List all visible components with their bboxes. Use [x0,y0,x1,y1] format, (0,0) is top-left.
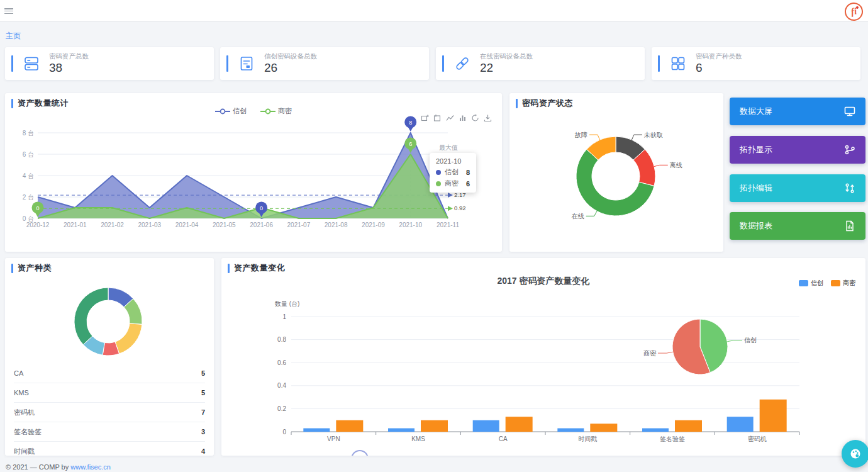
svg-text:0: 0 [282,429,286,435]
svg-text:2021-01: 2021-01 [64,222,87,228]
button-label: 数据报表 [740,220,772,232]
theme-fab-button[interactable] [842,440,868,468]
svg-text:CA: CA [499,435,508,442]
svg-text:2021-03: 2021-03 [138,222,161,228]
svg-text:2 台: 2 台 [23,194,34,201]
stat-label: 在线密码设备总数 [480,52,533,61]
stat-value: 22 [480,61,493,75]
svg-text:6: 6 [409,141,412,147]
link-icon [453,55,471,72]
svg-text:1: 1 [282,313,286,320]
type-value: 3 [201,428,205,435]
topology-edit-button[interactable]: 拓扑编辑 [730,174,865,202]
report-file-icon [844,220,855,232]
svg-text:时间戳: 时间戳 [578,435,597,442]
svg-text:0.4: 0.4 [277,382,286,389]
type-name: KMS [14,389,29,396]
tooltip-series-name: 信创 [445,167,459,177]
stat-card-online-devices: 在线密码设备总数 22 [436,47,645,80]
node-edit-icon [844,183,855,194]
svg-text:2021-05: 2021-05 [213,222,236,228]
svg-text:2021-06: 2021-06 [250,222,273,228]
svg-text:4 台: 4 台 [23,172,34,179]
stat-label: 密码资产种类数 [696,52,742,61]
list-item: KMS5 [14,383,205,403]
brand-logo: fi [843,1,865,23]
list-item: 密码机7 [14,403,205,422]
palette-icon [849,447,862,461]
asset-types-panel: 资产种类 CA5 KMS5 密码机7 签名验签3 时间戳4 [5,258,214,456]
svg-text:0: 0 [36,205,39,211]
topology-display-button[interactable]: 拓扑显示 [730,136,865,164]
stat-card-asset-types: 密码资产种类数 6 [652,47,860,80]
asset-status-panel: 密码资产状态 未获取离线在线故障 [509,93,723,252]
tooltip-series-name: 商密 [445,179,459,188]
chart-tooltip: 2021-10 信创 8 商密 6 [430,153,476,193]
svg-text:在线: 在线 [571,213,584,220]
svg-text:2021-10: 2021-10 [399,222,422,228]
stat-label: 信创密码设备总数 [264,52,317,61]
asset-count-panel: 资产数量统计 信创 商密 0 台2 台4 台6 台8 台 [5,93,502,252]
footer: © 2021 — COMP by www.fisec.cn [6,463,111,471]
stat-card-total-assets: 密码资产总数 38 [5,47,214,80]
svg-text:离线: 离线 [670,162,682,169]
stat-label: 密码资产总数 [49,52,89,61]
card-accent [226,55,228,72]
svg-text:0.92: 0.92 [454,205,466,211]
asset-types-list: CA5 KMS5 密码机7 签名验签3 时间戳4 [14,364,205,456]
data-report-button[interactable]: 数据报表 [730,212,865,240]
type-name: 时间戳 [14,447,35,456]
svg-text:2021-07: 2021-07 [287,222,311,228]
device-document-icon [238,55,255,72]
svg-text:8 台: 8 台 [23,130,34,137]
svg-text:8: 8 [409,120,412,126]
brand-dot-icon [856,6,859,9]
series-dot-icon [436,170,441,175]
stat-value: 38 [49,61,62,75]
svg-text:0.2: 0.2 [277,405,286,412]
svg-text:商密: 商密 [643,350,657,357]
list-item: 时间戳4 [14,442,205,456]
button-label: 数据大屏 [740,106,772,117]
asset-change-bar-chart: 数量 (台)00.20.40.60.81VPNKMSCA时间戳签名验签密码机信创… [221,258,865,456]
svg-text:签名验签: 签名验签 [660,435,685,442]
svg-text:2021-08: 2021-08 [325,222,348,228]
svg-text:KMS: KMS [411,435,425,442]
list-item: CA5 [14,364,205,383]
type-name: 密码机 [14,408,35,417]
asset-count-line-chart: 0 台2 台4 台6 台8 台2020-122021-012021-022021… [5,93,502,252]
tooltip-series-value: 6 [466,180,470,188]
asset-status-donut-chart: 未获取离线在线故障 [509,93,723,252]
topbar: fi [0,0,868,22]
monitor-icon [844,106,855,117]
svg-text:2020-12: 2020-12 [26,222,50,228]
type-value: 4 [201,447,205,455]
stat-value: 6 [696,61,703,75]
card-accent [658,55,660,72]
stat-card-xinchuang-devices: 信创密码设备总数 26 [220,47,429,80]
big-screen-button[interactable]: 数据大屏 [730,98,865,125]
svg-text:0 台: 0 台 [23,215,34,222]
card-accent [11,55,13,72]
svg-text:0: 0 [260,205,263,211]
dashboard-page: fi 主页 密码资产总数 38 信创密码设备总数 26 [0,0,868,472]
hamburger-menu-icon[interactable] [4,8,13,14]
grid-icon [669,55,687,72]
button-label: 拓扑编辑 [740,183,772,194]
svg-text:VPN: VPN [327,435,340,442]
max-value-label: 最大值 [439,143,458,152]
button-label: 拓扑显示 [740,144,772,155]
breadcrumb-home[interactable]: 主页 [6,31,21,42]
topology-icon [844,144,855,155]
svg-text:数量 (台): 数量 (台) [274,300,299,307]
svg-text:2021-04: 2021-04 [175,222,199,228]
asset-types-donut-chart [5,258,214,364]
tooltip-row: 商密 6 [436,179,470,188]
svg-text:未获取: 未获取 [643,132,663,138]
svg-text:信创: 信创 [744,337,757,344]
type-name: CA [14,369,23,377]
type-value: 5 [201,389,205,396]
type-name: 签名验签 [14,427,42,437]
footer-link[interactable]: www.fisec.cn [70,463,111,471]
svg-text:2021-11: 2021-11 [437,222,459,228]
